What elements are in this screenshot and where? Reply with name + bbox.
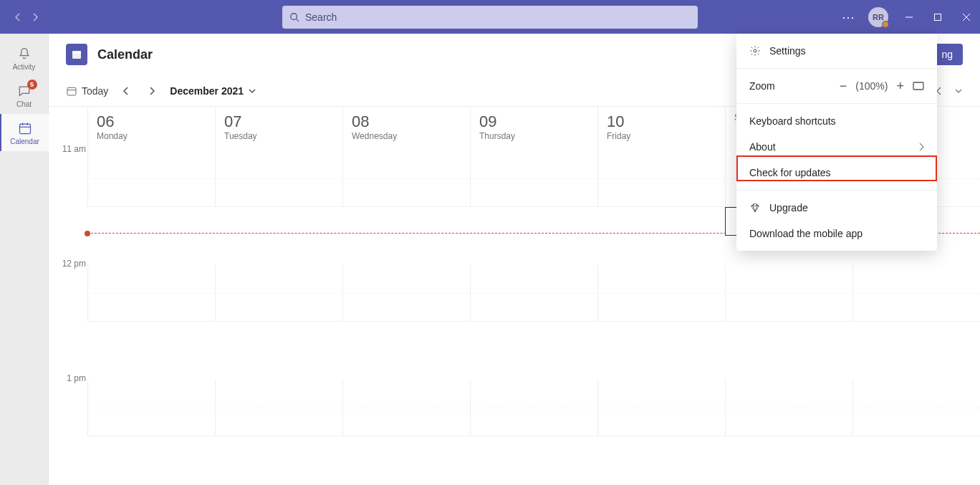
forward-button[interactable] xyxy=(29,11,42,24)
rail-label: Chat xyxy=(16,100,32,108)
day-name: Thursday xyxy=(479,131,589,141)
time-cell[interactable] xyxy=(215,379,342,436)
page-title: Calendar xyxy=(97,47,153,62)
time-cell[interactable] xyxy=(597,264,725,321)
rail-activity[interactable]: Activity xyxy=(0,39,49,77)
time-cell[interactable] xyxy=(215,264,342,321)
hour-row: 1 pm xyxy=(87,379,980,436)
minimize-button[interactable] xyxy=(901,9,917,25)
day-name: Wednesday xyxy=(352,131,461,141)
day-name: Tuesday xyxy=(224,131,334,141)
time-cell[interactable] xyxy=(342,264,470,321)
day-number: 07 xyxy=(224,112,334,131)
day-header[interactable]: 07Tuesday xyxy=(215,107,342,150)
time-cell[interactable] xyxy=(342,150,470,206)
svg-rect-12 xyxy=(67,87,76,95)
more-options-button[interactable]: ⋯ xyxy=(842,9,855,25)
time-cell[interactable] xyxy=(215,150,342,206)
calendar-icon xyxy=(17,120,33,136)
day-header[interactable]: 08Wednesday xyxy=(342,107,470,150)
svg-rect-15 xyxy=(913,82,923,90)
time-cell[interactable] xyxy=(597,379,725,436)
chevron-down-icon[interactable] xyxy=(954,87,963,95)
zoom-in-button[interactable]: + xyxy=(896,79,904,94)
time-cell[interactable] xyxy=(87,264,215,321)
next-week-button[interactable] xyxy=(144,83,160,99)
svg-point-0 xyxy=(291,13,297,19)
svg-line-1 xyxy=(297,19,299,21)
month-picker[interactable]: December 2021 xyxy=(170,85,256,97)
hour-row: 12 pm xyxy=(87,264,980,322)
day-header[interactable]: 06Monday xyxy=(87,107,215,150)
diamond-icon xyxy=(749,202,761,213)
svg-rect-3 xyxy=(935,14,941,20)
rail-label: Calendar xyxy=(10,138,39,145)
svg-rect-11 xyxy=(72,51,81,53)
rail-calendar[interactable]: Calendar xyxy=(0,114,49,151)
avatar[interactable]: RR xyxy=(868,7,888,27)
menu-about[interactable]: About xyxy=(736,134,937,160)
prev-week-button[interactable] xyxy=(118,83,134,99)
bell-icon xyxy=(16,46,32,62)
day-number: 06 xyxy=(97,112,206,131)
chat-badge: 5 xyxy=(27,80,37,90)
hour-label: 1 pm xyxy=(54,373,86,383)
menu-label: About xyxy=(749,141,776,153)
search-placeholder: Search xyxy=(305,11,337,23)
menu-download-mobile[interactable]: Download the mobile app xyxy=(736,221,937,246)
close-button[interactable] xyxy=(959,9,974,25)
search-icon xyxy=(289,12,299,22)
menu-keyboard-shortcuts[interactable]: Keyboard shortcuts xyxy=(736,108,937,134)
calendar-app-icon xyxy=(66,44,87,65)
hour-label: 12 pm xyxy=(54,259,86,269)
menu-label: Keyboard shortcuts xyxy=(749,115,836,127)
menu-settings[interactable]: Settings xyxy=(736,38,937,64)
menu-label: Download the mobile app xyxy=(749,228,863,239)
presence-badge xyxy=(882,21,889,28)
time-cell[interactable] xyxy=(87,150,215,206)
menu-check-updates[interactable]: Check for updates xyxy=(736,160,937,186)
time-cell[interactable] xyxy=(852,264,980,321)
day-header[interactable]: 10Friday xyxy=(597,107,725,150)
day-header[interactable]: 09Thursday xyxy=(470,107,597,150)
time-cell[interactable] xyxy=(470,150,597,206)
chevron-right-icon xyxy=(918,143,924,151)
time-cell[interactable] xyxy=(470,264,597,321)
back-button[interactable] xyxy=(11,11,24,24)
menu-label: Upgrade xyxy=(769,202,808,213)
maximize-button[interactable] xyxy=(930,9,946,25)
month-text: December 2021 xyxy=(170,85,244,97)
time-cell[interactable] xyxy=(87,379,215,436)
day-number: 08 xyxy=(352,112,461,131)
time-cell[interactable] xyxy=(852,379,980,436)
day-name: Friday xyxy=(607,131,716,141)
day-name: Monday xyxy=(97,131,206,141)
time-cell[interactable] xyxy=(342,379,470,436)
zoom-label: Zoom xyxy=(749,80,775,92)
hour-label: 11 am xyxy=(54,144,86,154)
menu-upgrade[interactable]: Upgrade xyxy=(736,195,937,221)
gear-icon xyxy=(749,45,761,57)
time-cell[interactable] xyxy=(597,150,725,206)
rail-chat[interactable]: 5 Chat xyxy=(0,77,49,114)
app-rail: Activity 5 Chat Calendar xyxy=(0,34,49,485)
zoom-value: (100%) xyxy=(855,80,888,92)
svg-point-14 xyxy=(754,49,756,52)
time-cell[interactable] xyxy=(725,379,852,436)
fullscreen-icon[interactable] xyxy=(913,82,924,90)
search-input[interactable]: Search xyxy=(282,6,698,29)
today-icon xyxy=(66,85,77,97)
time-cell[interactable] xyxy=(470,379,597,436)
menu-label: Settings xyxy=(769,45,806,57)
rail-label: Activity xyxy=(13,63,36,71)
chevron-down-icon xyxy=(248,87,256,95)
today-button[interactable]: Today xyxy=(66,85,108,97)
today-label: Today xyxy=(82,85,108,97)
title-bar: Search ⋯ RR xyxy=(0,0,980,34)
day-number: 09 xyxy=(479,112,589,131)
main-content: Calendar ng Today December 2021 xyxy=(49,34,980,485)
day-number: 10 xyxy=(607,112,716,131)
menu-zoom: Zoom − (100%) + xyxy=(736,73,937,99)
zoom-out-button[interactable]: − xyxy=(840,79,847,94)
time-cell[interactable] xyxy=(725,264,852,321)
